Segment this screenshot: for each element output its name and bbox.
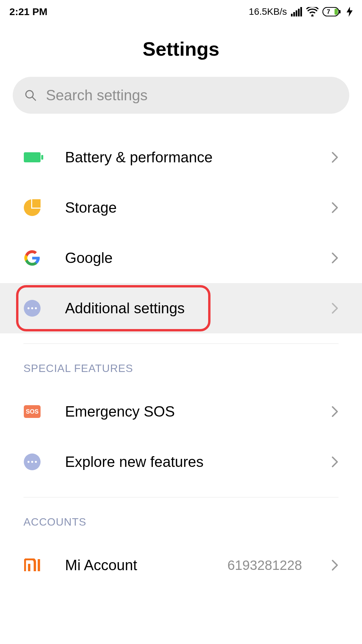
svg-rect-3 (298, 9, 300, 16)
setting-label: Google (65, 250, 307, 266)
battery-status-icon: 7 (322, 7, 343, 16)
setting-item-mi-account[interactable]: Mi Account 6193281228 (0, 540, 362, 590)
setting-item-sos[interactable]: SOS Emergency SOS (0, 386, 362, 437)
setting-label: Explore new features (65, 453, 307, 470)
svg-rect-2 (296, 10, 297, 16)
search-icon (24, 89, 37, 101)
section-header-accounts: ACCOUNTS (0, 516, 362, 528)
battery-icon (23, 149, 41, 166)
setting-item-explore[interactable]: Explore new features (0, 437, 362, 487)
chevron-right-icon (331, 151, 339, 163)
search-bar[interactable] (13, 77, 349, 114)
svg-text:7: 7 (327, 8, 330, 15)
setting-label: Additional settings (65, 300, 307, 317)
svg-rect-4 (300, 7, 302, 16)
mi-icon (23, 556, 41, 574)
setting-item-storage[interactable]: Storage (0, 182, 362, 233)
setting-item-battery[interactable]: Battery & performance (0, 132, 362, 182)
section-divider (23, 343, 339, 344)
svg-rect-1 (293, 12, 295, 16)
setting-value: 6193281228 (228, 558, 302, 573)
status-time: 2:21 PM (9, 6, 47, 17)
svg-rect-0 (291, 14, 293, 16)
setting-item-additional[interactable]: Additional settings (0, 283, 362, 333)
network-speed: 16.5KB/s (249, 6, 287, 17)
search-input[interactable] (46, 87, 338, 104)
setting-label: Storage (65, 199, 307, 216)
svg-line-11 (33, 97, 36, 100)
chevron-right-icon (331, 252, 339, 264)
storage-icon (23, 199, 41, 216)
chevron-right-icon (331, 302, 339, 314)
wifi-icon (306, 7, 318, 16)
sos-icon: SOS (23, 403, 41, 420)
status-bar: 2:21 PM 16.5KB/s 7 (0, 0, 362, 21)
setting-label: Mi Account (65, 557, 203, 574)
svg-rect-7 (339, 10, 341, 13)
chevron-right-icon (331, 559, 339, 571)
charging-icon (347, 7, 353, 17)
svg-rect-8 (335, 9, 338, 15)
section-divider (23, 497, 339, 497)
explore-icon (23, 453, 41, 471)
section-header-special: SPECIAL FEATURES (0, 362, 362, 375)
setting-item-google[interactable]: Google (0, 233, 362, 283)
page-title: Settings (0, 38, 362, 60)
google-icon (23, 249, 41, 267)
signal-icon (291, 7, 302, 16)
chevron-right-icon (331, 456, 339, 468)
setting-label: Battery & performance (65, 149, 307, 166)
svg-point-5 (311, 14, 313, 16)
status-icons: 16.5KB/s 7 (249, 6, 353, 17)
chevron-right-icon (331, 406, 339, 418)
chevron-right-icon (331, 202, 339, 214)
svg-point-10 (26, 91, 33, 98)
more-icon (23, 300, 41, 317)
setting-label: Emergency SOS (65, 403, 307, 420)
